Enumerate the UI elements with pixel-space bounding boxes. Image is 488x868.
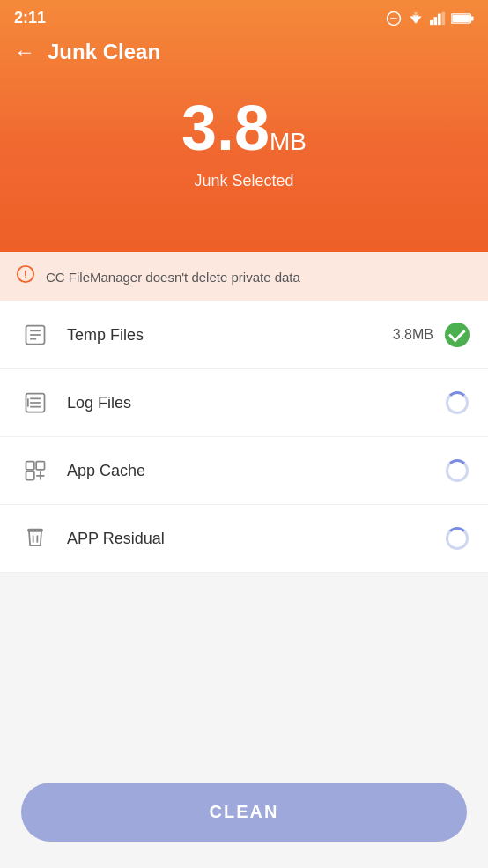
size-number-container: 3.8MB <box>0 96 488 160</box>
battery-icon <box>451 12 474 25</box>
size-label: Junk Selected <box>0 172 488 190</box>
app-cache-icon <box>18 453 53 488</box>
warning-text: CC FileManager doesn't delete private da… <box>46 270 300 285</box>
app-residual-icon <box>18 521 53 556</box>
signal-icon <box>430 11 446 26</box>
svg-rect-5 <box>430 19 433 24</box>
temp-files-icon <box>18 317 53 352</box>
loading-spinner <box>446 459 469 482</box>
warning-icon: ! <box>16 264 35 289</box>
svg-text:!: ! <box>24 268 27 281</box>
app-residual-label: APP Residual <box>67 530 433 548</box>
log-files-icon <box>18 385 53 420</box>
svg-rect-8 <box>442 11 446 24</box>
list-item[interactable]: Temp Files 3.8MB <box>0 301 488 369</box>
temp-files-status <box>444 322 470 348</box>
list-item[interactable]: APP Residual <box>0 505 488 573</box>
svg-rect-11 <box>452 15 470 22</box>
check-icon <box>445 323 470 347</box>
app-cache-status <box>444 457 470 484</box>
svg-rect-23 <box>26 462 34 470</box>
size-unit: MB <box>270 128 307 155</box>
temp-files-size: 3.8MB <box>393 327 433 343</box>
svg-marker-4 <box>414 12 418 15</box>
bottom-action-area: CLEAN <box>0 765 488 868</box>
loading-spinner <box>446 391 469 414</box>
status-time: 2:11 <box>14 9 46 27</box>
svg-rect-6 <box>434 17 438 25</box>
log-files-status <box>444 389 470 416</box>
app-residual-status <box>444 525 470 552</box>
file-category-list: Temp Files 3.8MB Log Files <box>0 301 488 573</box>
back-button[interactable]: ← <box>14 40 35 64</box>
status-bar: 2:11 <box>0 0 488 33</box>
size-value: 3.8 <box>181 93 270 163</box>
loading-spinner <box>446 527 469 550</box>
top-nav: ← Junk Clean <box>0 33 488 78</box>
list-item[interactable]: App Cache <box>0 437 488 505</box>
warning-banner: ! CC FileManager doesn't delete private … <box>0 252 488 301</box>
list-item[interactable]: Log Files <box>0 369 488 437</box>
svg-rect-25 <box>26 471 34 479</box>
status-icons <box>386 11 474 26</box>
svg-rect-24 <box>36 462 44 470</box>
wifi-icon <box>407 11 425 26</box>
clean-button[interactable]: CLEAN <box>21 783 467 842</box>
page-title: Junk Clean <box>48 40 160 64</box>
svg-rect-10 <box>471 16 474 20</box>
temp-files-label: Temp Files <box>67 326 393 345</box>
log-files-label: Log Files <box>67 394 433 412</box>
do-not-disturb-icon <box>386 11 402 26</box>
size-display: 3.8MB Junk Selected <box>0 78 488 217</box>
app-cache-label: App Cache <box>67 462 433 480</box>
svg-rect-7 <box>438 13 441 25</box>
